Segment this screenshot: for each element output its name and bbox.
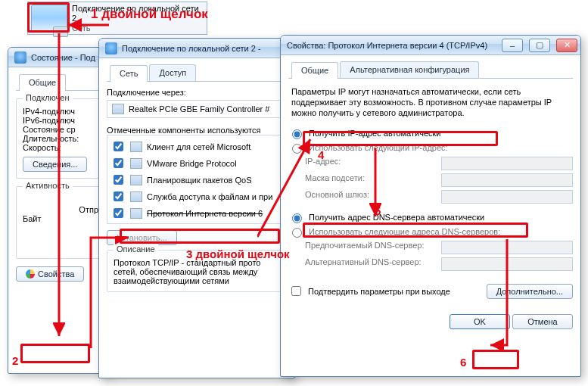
window-icon <box>14 51 26 64</box>
maximize-button[interactable]: ▢ <box>529 39 550 52</box>
close-button[interactable]: ✕ <box>556 39 577 52</box>
radio-manual-dns-row[interactable]: Использовать следующие адреса DNS-сервер… <box>288 226 573 238</box>
properties-button[interactable]: Свойства <box>16 266 84 282</box>
network-adapter-shortcut[interactable]: Подключение по локальной сети 2 Сеть <box>27 2 207 35</box>
tab-general[interactable]: Общие <box>291 62 338 79</box>
component-checkbox[interactable] <box>114 208 123 218</box>
arrow-5-to-6 <box>484 239 515 353</box>
arrow-4-to-5 <box>369 148 381 221</box>
cancel-button[interactable]: Отмена <box>512 314 573 329</box>
component-checkbox[interactable] <box>114 142 123 151</box>
component-icon <box>130 158 142 169</box>
component-icon <box>130 142 142 152</box>
component-icon <box>130 175 142 185</box>
arrow-2 <box>53 33 65 342</box>
radio-auto-dns-row[interactable]: Получить адрес DNS-сервера автоматически <box>288 211 573 223</box>
label-dns1: Предпочитаемый DNS-сервер: <box>305 241 434 254</box>
svg-line-2 <box>257 139 310 237</box>
tab-alt-config[interactable]: Альтернативная конфигурация <box>340 61 479 78</box>
mask-field <box>441 173 573 187</box>
gateway-field <box>441 190 573 204</box>
radio-auto-ip-row[interactable]: Получить IP-адрес автоматически <box>288 127 573 139</box>
arrow-2-to-3 <box>89 236 135 350</box>
window-title: Свойства: Протокол Интернета версии 4 (T… <box>287 41 496 50</box>
label-connect-via: Подключение через: <box>107 88 287 97</box>
window-icon <box>105 42 117 54</box>
component-checkbox[interactable] <box>114 175 123 185</box>
component-icon <box>130 208 142 219</box>
confirm-checkbox[interactable] <box>291 286 301 296</box>
minimize-button[interactable]: – <box>502 39 523 52</box>
radio-manual-ip-row[interactable]: Использовать следующий IP-адрес: <box>288 142 573 154</box>
ipv4-properties-window: Свойства: Протокол Интернета версии 4 (T… <box>280 35 581 377</box>
tab-network[interactable]: Сеть <box>110 65 148 82</box>
arrow-3-to-4 <box>257 135 318 241</box>
component-checkbox[interactable] <box>114 158 123 168</box>
component-icon <box>130 191 142 202</box>
arrow-1 <box>65 18 110 32</box>
component-checkbox[interactable] <box>114 191 123 201</box>
shortcut-title: Подключение по локальной сети <box>72 4 199 14</box>
description-text: Протокол TCP/IP - стандартный прото сете… <box>114 258 280 285</box>
confirm-on-exit-row[interactable]: Подтвердить параметры при выходе <box>288 284 450 298</box>
adapter-icon <box>112 104 124 114</box>
intro-text: Параметры IP могут назначаться автоматич… <box>291 86 570 118</box>
tab-access[interactable]: Доступ <box>149 64 196 81</box>
label-dns2: Альтернативный DNS-сервер: <box>305 257 434 271</box>
network-adapter-icon <box>31 5 67 32</box>
label-components: Отмеченные компоненты используются <box>107 126 287 135</box>
ip-field <box>441 157 573 170</box>
window-title: Подключение по локальной сети 2 - <box>122 44 291 53</box>
adapter-name: Realtek PCIe GBE Family Controller # <box>129 104 269 114</box>
